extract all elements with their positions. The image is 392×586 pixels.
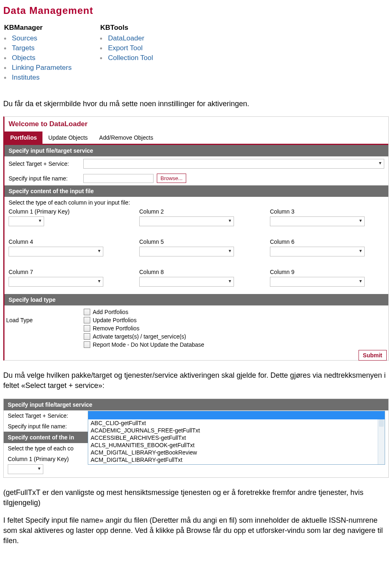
nav-col1-title: KBManager [4,24,71,32]
loadtype-label: Load Type [4,309,84,323]
browse-button[interactable]: Browse... [157,174,186,183]
dataloader-welcome: Welcome to DataLoader [4,117,388,131]
opt-update-portfolios: Update Portfolios [93,317,136,323]
opt-remove-portfolios: Remove Portfolios [93,325,139,332]
target-service-dropdown-open[interactable]: ABC_CLIO-getFullTxt ACADEMIC_JOURNALS_FR… [88,411,385,465]
dd-item-acls-humanities-ebook[interactable]: ACLS_HUMANITIES_EBOOK-getFullTxt [90,441,377,449]
p2-label-specify-file: Specify input file name: [4,421,88,432]
nav-link-linking-parameters[interactable]: Linking Parameters [4,63,71,73]
nav-link-sources[interactable]: Sources [4,33,71,43]
tab-update-objects[interactable]: Update Objects [42,131,94,144]
dd-item-academic-journals-free[interactable]: ACADEMIC_JOURNALS_FREE-getFullTxt [90,427,377,434]
col5-select[interactable] [139,247,234,256]
opt-activate-targets: Activate targets(s) / target_service(s) [93,333,186,340]
col5-label: Column 5 [139,238,254,245]
dataloader-panel-dropdown-open: Specify input file/target service Select… [3,399,389,478]
opt-report-mode: Report Mode - Do Not Update the Database [93,341,204,348]
tab-add-remove-objects[interactable]: Add/Remove Objects [94,131,159,144]
opt-add-portfolios: Add Portfolios [93,309,128,315]
col4-label: Column 4 [9,238,123,245]
nav-col2-list: DataLoader Export Tool Collection Tool [100,33,153,63]
dataloader-panel: Welcome to DataLoader Portfolios Update … [3,116,389,361]
col2-select[interactable] [139,216,234,226]
dd-item-acm-digital-library-bookreview[interactable]: ACM_DIGITAL_LIBRARY-getBookReview [90,449,377,456]
col2-label: Column 2 [139,208,254,215]
dropdown-selected-blank[interactable] [88,411,385,419]
columns-instruction: Select the type of each column in your i… [4,197,388,207]
nav-link-objects[interactable]: Objects [4,53,71,63]
nav-link-collection-tool[interactable]: Collection Tool [100,53,153,63]
p2-col1-select[interactable] [8,464,43,474]
dd-item-accessible-archives[interactable]: ACCESSIBLE_ARCHIVES-getFullTxt [90,434,377,441]
dropdown-scrollbar[interactable] [378,419,385,464]
col8-label: Column 8 [139,269,254,275]
section-specify-content: Specify content of the input file [4,185,388,197]
p2-label-select-target: Select Target + Service: [4,410,88,421]
paragraph-4: I feltet Specify input file name» angir … [3,515,389,546]
nav-link-targets[interactable]: Targets [4,43,71,53]
loadtype-options: Add Portfolios Update Portfolios Remove … [84,309,204,348]
dd-item-abc-clio[interactable]: ABC_CLIO-getFullTxt [90,419,377,427]
col6-label: Column 6 [270,238,384,245]
select-target-service[interactable] [83,159,384,169]
label-specify-file: Specify input file name: [9,175,80,182]
chk-remove-portfolios[interactable] [84,325,90,332]
col3-label: Column 3 [270,208,384,215]
chk-report-mode[interactable] [84,341,90,348]
section-specify-input: Specify input file/target service [4,145,388,156]
nav-link-export-tool[interactable]: Export Tool [100,43,153,53]
p2-section-content: Specify content of the in [4,432,88,443]
col7-label: Column 7 [9,269,123,275]
nav-col2-title: KBTools [100,24,153,32]
section-specify-load-type: Specify load type [4,294,388,305]
chk-activate-targets[interactable] [84,333,90,340]
col4-select[interactable] [9,247,103,256]
col3-select[interactable] [270,216,365,226]
nav-link-institutes[interactable]: Institutes [4,73,71,82]
dropdown-scroll-thumb[interactable] [379,419,384,427]
paragraph-2: Du må velge hvilken pakke/target og tjen… [3,370,389,391]
chk-add-portfolios[interactable] [84,309,90,315]
col9-select[interactable] [270,277,365,287]
label-select-target: Select Target + Service: [9,160,80,167]
col1-label: Column 1 (Primary Key) [9,208,123,215]
submit-button[interactable]: Submit [359,350,387,361]
heading-data-management: Data Management [3,5,389,16]
input-file-name[interactable] [83,174,154,183]
nav-columns: KBManager Sources Targets Objects Linkin… [4,24,389,82]
chk-update-portfolios[interactable] [84,317,90,323]
nav-col1-list: Sources Targets Objects Linking Paramete… [4,33,71,82]
tab-portfolios[interactable]: Portfolios [4,131,42,144]
dropdown-list: ABC_CLIO-getFullTxt ACADEMIC_JOURNALS_FR… [88,419,385,464]
p2-cols-instr: Select the type of each co [4,443,88,454]
col9-label: Column 9 [270,269,384,275]
col7-select[interactable] [9,277,103,287]
p2-section-input: Specify input file/target service [4,399,388,410]
col8-select[interactable] [139,277,234,287]
p2-col1-label: Column 1 (Primary Key) [8,456,69,462]
paragraph-1: Du får da et skjermbilde hvor du må sett… [3,99,389,109]
col1-select[interactable] [9,216,44,226]
nav-link-dataloader[interactable]: DataLoader [100,33,153,43]
paragraph-3: (getFullTxT er den vanligste og mest hen… [3,488,389,508]
dd-item-acm-digital-library-fulltxt[interactable]: ACM_DIGITAL_LIBRARY-getFullTxt [90,456,377,463]
columns-grid: Column 1 (Primary Key) Column 2 Column 3… [4,207,388,294]
dataloader-tabbar: Portfolios Update Objects Add/Remove Obj… [4,131,388,145]
col6-select[interactable] [270,247,365,256]
